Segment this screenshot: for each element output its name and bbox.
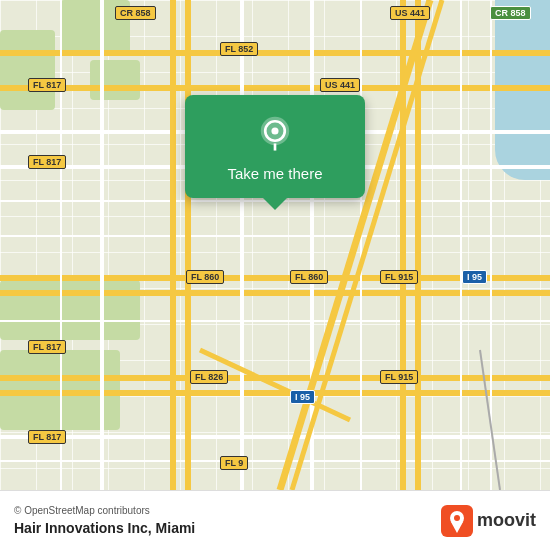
osm-attribution: © OpenStreetMap contributors <box>14 505 195 516</box>
road <box>415 0 421 490</box>
highway-label: FL 915 <box>380 270 418 284</box>
map-area[interactable]: CR 858US 441FL 852FL 817US 441FL 817FL 8… <box>0 0 550 490</box>
take-me-there-button[interactable]: Take me there <box>227 165 322 182</box>
highway-label: FL 915 <box>380 370 418 384</box>
park-area <box>0 280 140 340</box>
road <box>0 375 550 381</box>
highway-label: FL 860 <box>290 270 328 284</box>
road <box>0 320 550 322</box>
road <box>360 0 362 490</box>
road <box>0 50 550 56</box>
road <box>0 390 550 396</box>
road <box>0 235 550 237</box>
park-area <box>0 30 55 110</box>
road <box>60 0 62 490</box>
svg-point-10 <box>454 515 460 521</box>
place-name: Hair Innovations Inc, Miami <box>14 520 195 536</box>
highway-label: I 95 <box>462 270 487 284</box>
highway-label: CR 858 <box>490 6 531 20</box>
bottom-bar: © OpenStreetMap contributors Hair Innova… <box>0 490 550 550</box>
road <box>0 290 550 296</box>
highway-label: FL 817 <box>28 155 66 169</box>
popup-card[interactable]: Take me there <box>185 95 365 198</box>
highway-label: US 441 <box>390 6 430 20</box>
svg-point-6 <box>271 127 278 134</box>
bottom-left-info: © OpenStreetMap contributors Hair Innova… <box>14 505 195 536</box>
road <box>240 0 244 490</box>
highway-label: FL 817 <box>28 340 66 354</box>
road <box>490 0 492 490</box>
highway-label: FL 817 <box>28 430 66 444</box>
highway-label: FL 9 <box>220 456 248 470</box>
road <box>460 0 462 490</box>
highway-label: FL 860 <box>186 270 224 284</box>
road <box>170 0 176 490</box>
highway-label: CR 858 <box>115 6 156 20</box>
road <box>400 0 406 490</box>
moovit-icon <box>441 505 473 537</box>
moovit-label: moovit <box>477 510 536 531</box>
location-pin-icon <box>255 115 295 155</box>
highway-label: FL 826 <box>190 370 228 384</box>
highway-label: FL 852 <box>220 42 258 56</box>
road <box>0 85 550 91</box>
highway-label: FL 817 <box>28 78 66 92</box>
highway-label: I 95 <box>290 390 315 404</box>
moovit-logo: moovit <box>441 505 536 537</box>
park-area <box>90 60 140 100</box>
road <box>0 435 550 439</box>
road <box>100 0 104 490</box>
road <box>310 0 314 490</box>
road <box>185 0 191 490</box>
highway-label: US 441 <box>320 78 360 92</box>
road <box>0 460 550 462</box>
